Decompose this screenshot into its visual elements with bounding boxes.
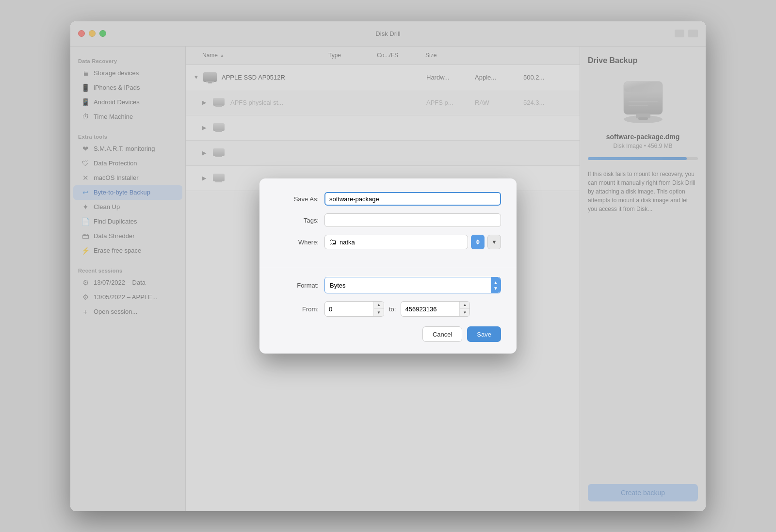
where-container: 🗂 natka ▼ (324, 235, 501, 249)
to-input[interactable] (401, 302, 459, 316)
from-label: From: (275, 306, 319, 313)
where-expand-button[interactable]: ▼ (487, 235, 501, 249)
save-dialog: Save As: Tags: Where: 🗂 natka (259, 178, 517, 354)
where-row: Where: 🗂 natka ▼ (275, 235, 501, 249)
to-label: to: (389, 306, 396, 313)
save-as-input[interactable] (324, 192, 501, 206)
to-down-button[interactable]: ▼ (460, 309, 469, 316)
format-stepper[interactable]: ▲ ▼ (491, 277, 501, 293)
where-select[interactable]: 🗂 natka (324, 235, 468, 249)
tags-input[interactable] (324, 213, 501, 227)
dialog-bottom: Format: Bytes ▲ ▼ From: (259, 277, 517, 354)
from-to-inputs: ▲ ▼ to: ▲ ▼ (324, 301, 470, 317)
where-label: Where: (275, 239, 319, 246)
from-to-row: From: ▲ ▼ to: ▲ (275, 301, 501, 317)
dialog-top: Save As: Tags: Where: 🗂 natka (259, 178, 517, 267)
app-window: Disk Drill Data Recovery 🖥 Storage devic… (70, 21, 706, 511)
save-as-row: Save As: (275, 192, 501, 206)
tags-row: Tags: (275, 213, 501, 227)
dialog-buttons: Cancel Save (275, 326, 501, 342)
modal-overlay: Save As: Tags: Where: 🗂 natka (70, 21, 706, 511)
format-down-icon: ▼ (493, 286, 498, 291)
from-stepper: ▲ ▼ (373, 302, 384, 316)
to-stepper: ▲ ▼ (459, 302, 469, 316)
from-input[interactable] (325, 302, 373, 316)
folder-icon: 🗂 (329, 238, 337, 246)
dialog-divider (259, 267, 517, 267)
where-up-down-button[interactable] (471, 235, 485, 249)
from-input-wrap: ▲ ▼ (324, 301, 384, 317)
format-row: Format: Bytes ▲ ▼ (275, 277, 501, 293)
format-value: Bytes (325, 277, 491, 293)
where-value: natka (340, 239, 355, 246)
format-up-icon: ▲ (493, 280, 498, 285)
from-down-button[interactable]: ▼ (374, 309, 384, 316)
to-up-button[interactable]: ▲ (460, 302, 469, 309)
save-as-label: Save As: (275, 195, 319, 203)
from-up-button[interactable]: ▲ (374, 302, 384, 309)
save-button[interactable]: Save (467, 326, 501, 342)
format-wrapper: Bytes ▲ ▼ (324, 277, 501, 293)
to-input-wrap: ▲ ▼ (401, 301, 470, 317)
cancel-button[interactable]: Cancel (422, 326, 462, 342)
format-label: Format: (275, 282, 319, 289)
tags-label: Tags: (275, 217, 319, 224)
